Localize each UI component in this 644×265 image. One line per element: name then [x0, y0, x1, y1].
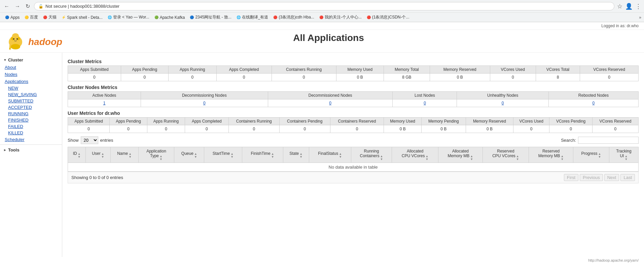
- sort-arrows-icon: ▲▼: [271, 152, 274, 159]
- bookmark-star-icon[interactable]: ☆: [617, 3, 622, 10]
- profile-icon[interactable]: 👤: [625, 3, 633, 10]
- reload-button[interactable]: ↻: [24, 2, 31, 10]
- app-table-header[interactable]: ID▲▼: [68, 147, 86, 163]
- bookmark-item[interactable]: 🌐在线翻译_有道: [234, 14, 271, 21]
- app-table-header[interactable]: ReservedMemory MB▲▼: [529, 147, 573, 163]
- sort-arrows-icon: ▲▼: [299, 152, 302, 159]
- app-table-header[interactable]: AllocatedCPU VCores▲▼: [392, 147, 438, 163]
- sidebar-app-accepted-link[interactable]: ACCEPTED: [0, 104, 62, 111]
- show-label: Show: [68, 138, 79, 143]
- show-entries: Show 102050100 entries: [68, 136, 113, 144]
- address-bar[interactable]: 🔓 Not secure | hadoop001:38088/cluster: [34, 2, 614, 10]
- bookmark-label: Apache Kafka: [160, 15, 185, 20]
- bookmark-label: 登录 < Yao — Wor...: [113, 14, 149, 20]
- app-table-header[interactable]: User▲▼: [86, 147, 110, 163]
- user-metrics-header: VCores Pending: [549, 118, 593, 125]
- table-controls: Show 102050100 entries Search:: [68, 136, 639, 144]
- sidebar-app-new_saving-link[interactable]: NEW_SAVING: [0, 91, 62, 98]
- bookmark-item[interactable]: 🔴我的关注-个人中心...: [317, 14, 364, 21]
- cluster-nodes-link[interactable]: 0: [203, 101, 206, 105]
- app-table-header[interactable]: ApplicationType▲▼: [138, 147, 174, 163]
- bookmark-item[interactable]: 🟡百度: [22, 14, 40, 21]
- back-button[interactable]: ←: [3, 3, 11, 10]
- bookmark-favicon: 🔵: [5, 15, 9, 20]
- cluster-nodes-header: Decommissioned Nodes: [268, 92, 393, 99]
- cluster-nodes-value: 1: [68, 99, 141, 107]
- logged-in-text: Logged in as: dr.who: [601, 24, 639, 28]
- sidebar-tools-header[interactable]: ► Tools: [0, 146, 62, 154]
- cluster-metrics-value: 8 GB: [384, 74, 430, 81]
- next-button[interactable]: Next: [604, 174, 619, 181]
- user-metrics-value: 0: [513, 125, 549, 133]
- previous-button[interactable]: Previous: [580, 174, 603, 181]
- menu-icon[interactable]: ⋮: [635, 3, 641, 10]
- user-metrics-header: VCores Reserved: [592, 118, 638, 125]
- cluster-metrics-table: Apps SubmittedApps PendingApps RunningAp…: [68, 65, 639, 81]
- user-metrics-value: 0: [185, 125, 228, 133]
- app-table-header[interactable]: FinalStatus▲▼: [309, 147, 351, 163]
- entries-select[interactable]: 102050100: [81, 136, 98, 144]
- sidebar-app-submitted-link[interactable]: SUBMITTED: [0, 98, 62, 104]
- sidebar-app-finished-link[interactable]: FINISHED: [0, 117, 62, 123]
- app-table-header[interactable]: Queue▲▼: [174, 147, 204, 163]
- sidebar-applications-link[interactable]: Applications: [0, 78, 62, 85]
- footer-link[interactable]: http://hadoop.apache.org/yarn/: [588, 258, 639, 262]
- bookmarks-bar: 🔵Apps🟡百度🔴天猫⚡Spark shell - Deta...🌐登录 < Y…: [0, 12, 644, 22]
- bookmark-favicon: 🔴: [319, 15, 324, 20]
- first-button[interactable]: First: [564, 174, 578, 181]
- bookmark-item[interactable]: 🔵2345网址导航 - 致...: [187, 14, 233, 21]
- cluster-nodes-header: Rebooted Nodes: [548, 92, 638, 99]
- bookmark-item[interactable]: 🔴(3条消息)cdh Hba...: [271, 14, 316, 21]
- user-metrics-header: Containers Reserved: [330, 118, 384, 125]
- pagination-bar: Showing 0 to 0 of 0 entries First Previo…: [68, 172, 639, 183]
- cluster-metrics-header: Apps Running: [169, 66, 217, 74]
- app-table-header[interactable]: TrackingUI▲▼: [609, 147, 638, 163]
- cluster-nodes-value: 0: [548, 99, 638, 107]
- bookmark-item[interactable]: ⚡Spark shell - Deta...: [59, 14, 104, 21]
- user-metrics-table: Apps SubmittedApps PendingApps RunningAp…: [68, 117, 639, 133]
- sidebar-app-running-link[interactable]: RUNNING: [0, 111, 62, 117]
- hadoop-logo-text: hadoop: [28, 37, 62, 47]
- sidebar-app-killed-link[interactable]: KILLED: [0, 130, 62, 136]
- entries-label: entries: [100, 138, 113, 143]
- cluster-nodes-header: Lost Nodes: [393, 92, 457, 99]
- cluster-metrics-header: VCores Used: [490, 66, 536, 74]
- cluster-nodes-link[interactable]: 0: [502, 101, 504, 105]
- app-table-header[interactable]: Progress▲▼: [573, 147, 609, 163]
- cluster-nodes-link[interactable]: 0: [424, 101, 426, 105]
- bookmark-item[interactable]: 🌐登录 < Yao — Wor...: [105, 14, 151, 21]
- bookmark-item[interactable]: 🔵Apps: [3, 14, 22, 21]
- user-metrics-value: 0 B: [466, 125, 513, 133]
- app-table-header[interactable]: FinishTime▲▼: [242, 147, 283, 163]
- bookmark-item[interactable]: 🟢Apache Kafka: [152, 14, 187, 21]
- cluster-metrics-header: VCores Total: [536, 66, 580, 74]
- more-bookmarks-icon[interactable]: »: [639, 15, 641, 20]
- cluster-metrics-value: 0: [216, 74, 272, 81]
- last-button[interactable]: Last: [620, 174, 635, 181]
- app-table-header[interactable]: AllocatedMemory MB▲▼: [438, 147, 482, 163]
- bookmark-item[interactable]: 🔴天猫: [41, 14, 59, 21]
- svg-point-7: [16, 38, 18, 40]
- forward-button[interactable]: →: [13, 3, 22, 10]
- app-table-header[interactable]: ReservedCPU VCores▲▼: [482, 147, 529, 163]
- app-table-header[interactable]: StartTime▲▼: [204, 147, 242, 163]
- sidebar-nodes-link[interactable]: Nodes: [0, 71, 62, 78]
- sidebar-app-new-link[interactable]: NEW: [0, 85, 62, 91]
- tools-arrow-icon: ►: [3, 148, 7, 152]
- cluster-nodes-link[interactable]: 0: [593, 101, 595, 105]
- bookmark-label: (1条消息)CSDN-个...: [372, 14, 409, 20]
- sidebar-about-link[interactable]: About: [0, 64, 62, 71]
- sidebar-cluster-header[interactable]: ▼ Cluster: [0, 56, 62, 64]
- sidebar-scheduler-link[interactable]: Scheduler: [0, 136, 62, 143]
- app-table-header[interactable]: State▲▼: [283, 147, 309, 163]
- svg-point-4: [12, 33, 19, 39]
- sidebar-app-failed-link[interactable]: FAILED: [0, 123, 62, 130]
- search-input[interactable]: [578, 137, 639, 144]
- cluster-nodes-link[interactable]: 1: [103, 101, 106, 105]
- cluster-nodes-link[interactable]: 0: [329, 101, 331, 105]
- bookmark-item[interactable]: 🔴(1条消息)CSDN-个...: [364, 14, 412, 21]
- user-metrics-value: 0 B: [384, 125, 422, 133]
- cluster-nodes-value: 0: [268, 99, 393, 107]
- app-table-header[interactable]: RunningContainers▲▼: [351, 147, 392, 163]
- app-table-header[interactable]: Name▲▼: [110, 147, 138, 163]
